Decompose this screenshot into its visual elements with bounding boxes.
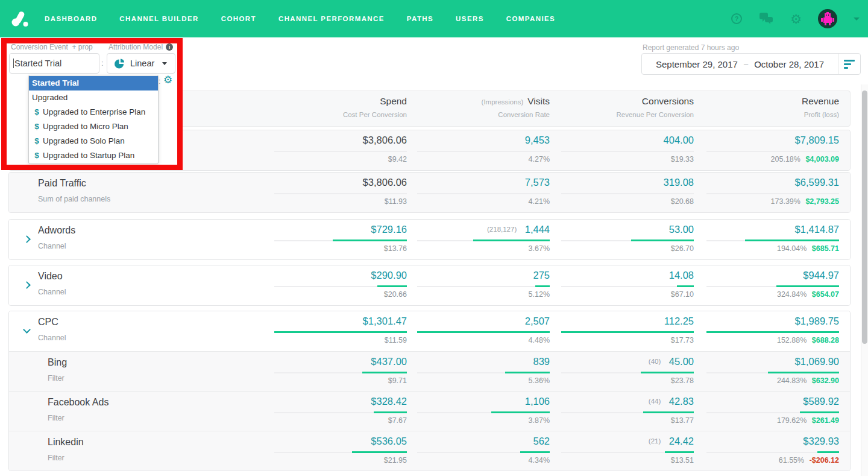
metric-subvalue: $67.10	[671, 290, 694, 299]
metric-value[interactable]: 42.83	[669, 396, 694, 407]
table-row[interactable]: Bing Filter $437.00 $9.71 839 5.36% (40)…	[9, 351, 850, 391]
table-row[interactable]: Video Channel $290.90 $20.66 275 5.12% 1…	[9, 265, 850, 305]
metric-value[interactable]: 1,106	[525, 396, 550, 407]
metric-cell: $3,806.06 $11.93	[262, 173, 407, 212]
table-card: Adwords Channel $729.16 $13.76 (218,127)…	[8, 219, 851, 260]
dropdown-option[interactable]: $ Upgraded to Enterprise Plan	[29, 105, 158, 119]
table-row[interactable]: Linkedin Filter $536.05 $21.95 562 4.34%…	[9, 431, 850, 471]
metric-value[interactable]: 404.00	[664, 135, 694, 145]
chevron-icon[interactable]	[23, 235, 31, 243]
metric-value[interactable]: $1,301.47	[363, 316, 407, 326]
robot-avatar-icon	[820, 11, 835, 27]
metric-value[interactable]: $589.92	[803, 396, 839, 407]
bar-track	[417, 193, 550, 194]
profit-value: $4,003.09	[805, 155, 839, 163]
table-settings-gear-icon[interactable]: ⚙	[163, 75, 172, 85]
avatar[interactable]	[818, 9, 837, 28]
table-row[interactable]: Paid Traffic Sum of paid channels $3,806…	[9, 173, 850, 212]
scrollbar-thumb[interactable]	[862, 90, 867, 344]
metric-subvalue: 3.87%	[529, 416, 550, 425]
metric-subvalue: 4.48%	[529, 336, 550, 344]
nav-item[interactable]: USERS	[456, 15, 484, 22]
metric-value[interactable]: $1,069.90	[795, 356, 839, 367]
metric-cell: $6,599.31 173.39% $2,793.25	[694, 173, 839, 212]
metric-value[interactable]: 45.00	[669, 356, 694, 367]
metric-value: $3,806.06	[363, 177, 407, 188]
row-title[interactable]: Paid Traffic	[38, 178, 86, 189]
metric-value[interactable]: 275	[533, 270, 550, 281]
chevron-icon[interactable]	[23, 281, 31, 289]
metric-value[interactable]: 2,507	[525, 316, 550, 326]
metric-value[interactable]: $7,809.15	[795, 135, 839, 145]
nav-item[interactable]: CHANNEL BUILDER	[119, 15, 198, 22]
dropdown-option[interactable]: Upgraded	[29, 90, 158, 105]
conversion-event-label: Conversion Event + prop	[11, 43, 93, 51]
bar-fill	[800, 411, 839, 413]
dropdown-option[interactable]: $ Upgraded to Solo Plan	[29, 134, 158, 148]
paren-value: (44)	[649, 398, 661, 405]
scrollbar-track[interactable]	[861, 84, 868, 476]
metric-value[interactable]: 7,573	[525, 177, 550, 188]
metric-value[interactable]: $1,414.87	[795, 224, 839, 235]
metric-value[interactable]: 839	[533, 356, 550, 367]
table-row[interactable]: Facebook Ads Filter $328.42 $7.67 1,106 …	[9, 391, 850, 431]
metric-value[interactable]: $290.90	[371, 270, 407, 281]
info-icon[interactable]: i	[166, 43, 173, 51]
nav-item[interactable]: COHORT	[221, 15, 256, 22]
metric-value[interactable]: 319.08	[664, 177, 694, 188]
settings-icon[interactable]: ⚙	[790, 13, 802, 25]
nav-item[interactable]: PATHS	[407, 15, 433, 22]
metric-subvalue: $13.76	[384, 244, 407, 253]
dropdown-option[interactable]: $ Upgraded to Startup Plan	[29, 148, 158, 163]
metric-value[interactable]: $328.42	[371, 396, 407, 407]
row-title[interactable]: Linkedin	[48, 437, 84, 448]
table-row[interactable]: Adwords Channel $729.16 $13.76 (218,127)…	[9, 220, 850, 259]
attribution-model-select[interactable]: Linear	[107, 53, 175, 74]
conversion-event-input[interactable]: Started Trial	[9, 53, 99, 74]
table-card: CPC Channel $1,301.47 $11.59 2,507 4.48%…	[8, 311, 851, 471]
row-title[interactable]: CPC	[38, 317, 58, 328]
profit-value: $632.90	[812, 376, 839, 385]
bar-fill	[776, 285, 839, 287]
chat-icon[interactable]	[758, 12, 774, 25]
row-title[interactable]: Facebook Ads	[48, 397, 108, 408]
table-row[interactable]: CPC Channel $1,301.47 $11.59 2,507 4.48%…	[9, 311, 850, 351]
nav-item[interactable]: COMPANIES	[506, 15, 555, 22]
nav-item[interactable]: DASHBOARD	[45, 15, 97, 22]
metric-value[interactable]: $329.93	[803, 436, 839, 446]
metric-value[interactable]: $536.05	[371, 436, 407, 446]
dropdown-option[interactable]: $ Upgraded to Micro Plan	[29, 119, 158, 134]
percent-value: 244.83%	[777, 376, 807, 385]
bar-track	[706, 151, 839, 152]
row-title[interactable]: Bing	[48, 357, 67, 368]
app-logo[interactable]	[10, 8, 31, 30]
row-title[interactable]: Video	[38, 271, 63, 282]
bar-fill	[768, 372, 839, 373]
metric-value[interactable]: $437.00	[371, 356, 407, 367]
metric-cell: 404.00 $19.33	[549, 130, 694, 170]
metric-value[interactable]: $944.97	[803, 270, 839, 281]
chevron-icon[interactable]	[23, 326, 31, 334]
metric-subvalue: 4.34%	[529, 456, 550, 465]
metric-value[interactable]: 562	[533, 436, 550, 446]
metric-value[interactable]: $729.16	[371, 224, 407, 235]
metric-value[interactable]: 14.08	[669, 270, 694, 281]
row-title[interactable]: Adwords	[38, 225, 75, 236]
add-prop-link[interactable]: + prop	[72, 43, 92, 51]
account-caret-icon[interactable]	[854, 17, 860, 21]
bar-fill	[333, 240, 407, 241]
metric-value[interactable]: 112.25	[664, 316, 694, 326]
help-icon[interactable]: ?	[731, 13, 742, 24]
bar-fill	[561, 331, 694, 333]
metric-value[interactable]: $1,989.75	[795, 316, 839, 326]
metric-value[interactable]: 1,444	[525, 224, 550, 235]
conversion-event-dropdown: Started Trial Upgraded $ Upgraded to Ent…	[28, 75, 159, 164]
metric-value[interactable]: 9,453	[525, 135, 550, 145]
metric-value[interactable]: $6,599.31	[795, 177, 839, 188]
nav-item[interactable]: CHANNEL PERFORMANCE	[278, 15, 385, 22]
metric-value[interactable]: 24.42	[669, 436, 694, 446]
metric-cell: (21) 24.42 $13.51	[549, 431, 694, 471]
metric-value[interactable]: 53.00	[669, 224, 694, 235]
bar-track	[417, 151, 550, 152]
dropdown-option[interactable]: Started Trial	[29, 76, 158, 90]
